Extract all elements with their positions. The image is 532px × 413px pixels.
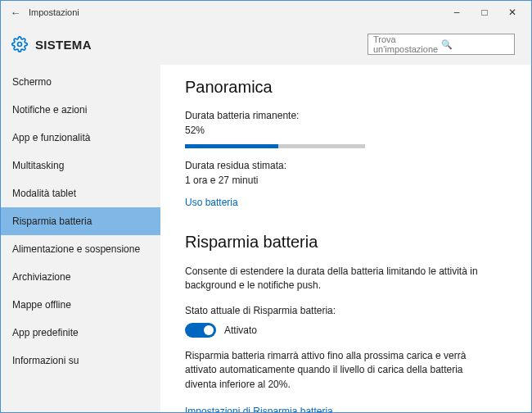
sidebar-item-app-predefinite[interactable]: App predefinite bbox=[1, 319, 160, 347]
overview-title: Panoramica bbox=[185, 78, 516, 97]
sidebar-item-notifiche-e-azioni[interactable]: Notifiche e azioni bbox=[1, 96, 160, 124]
battery-remaining-label: Durata batteria rimanente: bbox=[185, 110, 516, 121]
minimize-button[interactable]: – bbox=[443, 1, 471, 24]
sidebar-item-alimentazione-e-sospensione[interactable]: Alimentazione e sospensione bbox=[1, 235, 160, 263]
search-icon: 🔍 bbox=[441, 39, 509, 50]
sidebar-item-multitasking[interactable]: Multitasking bbox=[1, 152, 160, 179]
sidebar-item-mappe-offline[interactable]: Mappe offline bbox=[1, 291, 160, 319]
battery-usage-link[interactable]: Uso batteria bbox=[185, 197, 238, 208]
sidebar-item-schermo[interactable]: Schermo bbox=[1, 68, 160, 96]
battery-saver-title: Risparmia batteria bbox=[185, 233, 516, 252]
sidebar-item-risparmia-batteria[interactable]: Risparmia batteria bbox=[1, 207, 160, 235]
battery-saver-status-label: Stato attuale di Risparmia batteria: bbox=[185, 305, 516, 316]
sidebar: SchermoNotifiche e azioniApp e funzional… bbox=[1, 65, 160, 413]
sidebar-item-modalit-tablet[interactable]: Modalità tablet bbox=[1, 179, 160, 207]
estimated-remaining-label: Durata residua stimata: bbox=[185, 160, 516, 171]
battery-remaining-value: 52% bbox=[185, 125, 516, 136]
battery-saver-settings-link[interactable]: Impostazioni di Risparmia batteria bbox=[185, 406, 333, 413]
svg-point-0 bbox=[18, 43, 22, 47]
battery-saver-note: Risparmia batteria rimarrà attivo fino a… bbox=[185, 349, 496, 392]
battery-saver-desc: Consente di estendere la durata della ba… bbox=[185, 265, 496, 293]
window-title: Impostazioni bbox=[25, 7, 79, 17]
sidebar-item-app-e-funzionalit-[interactable]: App e funzionalità bbox=[1, 124, 160, 152]
search-placeholder: Trova un'impostazione bbox=[373, 34, 441, 54]
toggle-knob bbox=[204, 325, 214, 335]
back-button[interactable]: ← bbox=[6, 7, 25, 19]
content-area: Panoramica Durata batteria rimanente: 52… bbox=[160, 65, 531, 413]
battery-saver-toggle[interactable] bbox=[185, 323, 216, 338]
maximize-button[interactable]: □ bbox=[471, 1, 498, 24]
close-button[interactable]: ✕ bbox=[498, 1, 526, 24]
battery-progress bbox=[185, 144, 365, 148]
search-input[interactable]: Trova un'impostazione 🔍 bbox=[367, 34, 515, 55]
gear-icon bbox=[11, 35, 29, 53]
sidebar-item-archiviazione[interactable]: Archiviazione bbox=[1, 263, 160, 291]
titlebar: ← Impostazioni – □ ✕ bbox=[1, 1, 531, 24]
estimated-remaining-value: 1 ora e 27 minuti bbox=[185, 175, 516, 186]
page-heading: SISTEMA bbox=[35, 38, 92, 52]
sidebar-item-informazioni-su[interactable]: Informazioni su bbox=[1, 347, 160, 374]
page-header: SISTEMA Trova un'impostazione 🔍 bbox=[1, 24, 531, 65]
battery-saver-toggle-label: Attivato bbox=[224, 324, 257, 336]
battery-progress-fill bbox=[185, 144, 278, 148]
